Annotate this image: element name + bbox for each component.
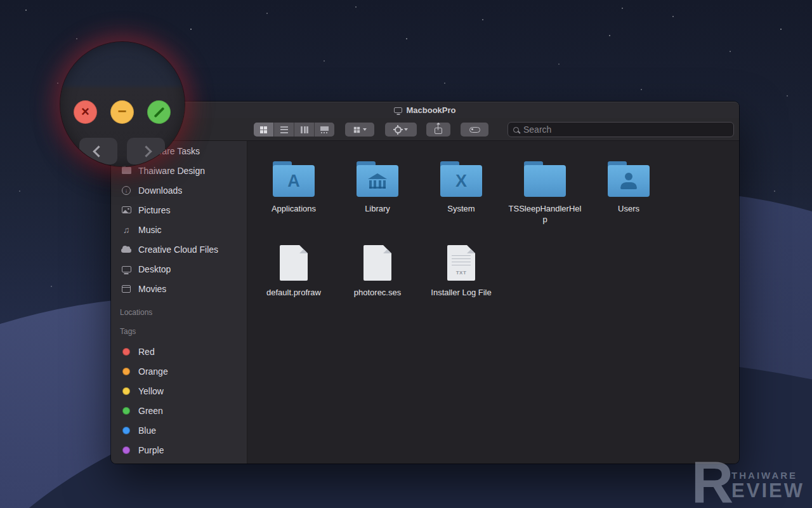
computer-icon — [394, 107, 402, 113]
sidebar-tag-blue[interactable]: Blue — [111, 420, 247, 440]
file-photorec-ses[interactable]: photorec.ses — [336, 241, 419, 298]
sidebar-section-tags: Tags — [111, 326, 247, 337]
sidebar-item-movies[interactable]: Movies — [111, 279, 247, 298]
sidebar-section-locations: Locations — [111, 307, 247, 318]
column-view-icon — [301, 126, 308, 133]
music-icon — [120, 225, 133, 235]
view-columns-button[interactable] — [294, 123, 314, 137]
item-label: TSSleepHandlerHelp — [508, 203, 582, 225]
document-icon — [280, 245, 308, 281]
document-icon — [363, 245, 391, 281]
icon-grid: A Applications Library X System — [247, 141, 739, 314]
system-glyph: X — [455, 171, 467, 191]
library-columns-glyph — [368, 173, 387, 189]
magnifier-overlay: × − — [60, 42, 185, 166]
folder-library[interactable]: Library — [336, 157, 419, 225]
zoom-button[interactable] — [147, 100, 171, 124]
sidebar-tag-green[interactable]: Green — [111, 401, 247, 420]
tag-dot — [122, 427, 130, 434]
zoom-diagonal-icon — [154, 107, 164, 117]
file-installer-log-file[interactable]: TXT Installer Log File — [419, 241, 503, 298]
item-label: Users — [618, 203, 639, 214]
tag-dot — [122, 407, 130, 415]
minimize-button[interactable]: − — [110, 100, 134, 124]
chevron-down-icon — [404, 128, 408, 131]
folder-icon — [524, 165, 566, 197]
share-button[interactable] — [426, 123, 450, 137]
item-label: default.profraw — [266, 287, 321, 298]
sidebar-tag-orange[interactable]: Orange — [111, 361, 247, 381]
folder-icon — [357, 165, 398, 197]
tag-button[interactable] — [461, 123, 488, 137]
cloud-icon — [120, 246, 133, 253]
traffic-lights: × − — [74, 100, 171, 124]
sidebar-item-downloads[interactable]: Downloads — [111, 180, 247, 200]
item-label: Applications — [272, 203, 316, 214]
sidebar-tag-red[interactable]: Red — [111, 342, 247, 361]
minimize-minus-icon: − — [117, 104, 126, 119]
sidebar-item-desktop[interactable]: Desktop — [111, 259, 247, 279]
gallery-view-icon — [320, 126, 329, 133]
page-fold — [383, 245, 391, 253]
sidebar-tag-purple[interactable]: Purple — [111, 440, 247, 460]
view-list-button[interactable] — [274, 123, 294, 137]
tag-dot — [122, 368, 130, 375]
search-input[interactable] — [523, 124, 728, 135]
item-label: System — [447, 203, 475, 214]
tag-dot — [122, 446, 130, 454]
chevron-left-icon — [93, 145, 104, 157]
folder-icon — [608, 165, 650, 197]
folder-tssleephandlerhelp[interactable]: TSSleepHandlerHelp — [503, 157, 587, 225]
text-lines — [452, 255, 471, 268]
tag-list: Red Orange Yellow Green Blue Purple — [111, 342, 247, 460]
finder-window: MacbookPro — [111, 102, 739, 464]
txt-badge: TXT — [447, 270, 475, 276]
view-icons-button[interactable] — [254, 123, 273, 137]
folder-system[interactable]: X System — [419, 157, 503, 225]
search-field[interactable] — [508, 122, 734, 137]
window-titlebar[interactable]: MacbookPro — [111, 102, 739, 118]
sidebar-tag-yellow[interactable]: Yellow — [111, 381, 247, 401]
sidebar-item-music[interactable]: Music — [111, 220, 247, 239]
finder-content: A Applications Library X System — [247, 141, 739, 464]
page-fold — [299, 245, 308, 253]
desktop-icon — [120, 266, 133, 272]
folder-users[interactable]: Users — [587, 157, 671, 225]
thaiware-review-watermark: R THAIWARE EVIEW — [691, 460, 804, 505]
applications-glyph: A — [287, 171, 300, 191]
downloads-icon — [120, 186, 133, 195]
grid-view-icon — [260, 126, 267, 133]
watermark-review: EVIEW — [731, 481, 804, 500]
file-default-profraw[interactable]: default.profraw — [252, 241, 336, 298]
view-mode-segmented-control — [254, 123, 334, 137]
finder-sidebar: Thaiware Tasks Thaiware Design Downloads… — [111, 141, 247, 464]
folder-icon: A — [273, 165, 315, 197]
watermark-letter: R — [691, 460, 733, 505]
pictures-icon — [120, 206, 133, 213]
group-by-button[interactable] — [345, 123, 374, 137]
item-label: Library — [365, 203, 390, 214]
tag-icon — [469, 127, 480, 133]
chevron-right-icon — [140, 145, 152, 157]
sidebar-item-creative-cloud-files[interactable]: Creative Cloud Files — [111, 239, 247, 259]
close-button[interactable]: × — [74, 100, 97, 124]
chevron-down-icon — [363, 128, 367, 131]
folder-applications[interactable]: A Applications — [252, 157, 336, 225]
group-icon — [353, 126, 359, 132]
search-icon — [513, 127, 519, 133]
finder-toolbar — [111, 118, 739, 141]
list-view-icon — [280, 126, 288, 133]
action-menu-button[interactable] — [385, 123, 417, 137]
text-document-icon: TXT — [447, 245, 475, 281]
sidebar-item-pictures[interactable]: Pictures — [111, 200, 247, 220]
folder-icon: X — [440, 165, 482, 197]
item-label: photorec.ses — [354, 287, 401, 298]
gear-icon — [395, 126, 402, 133]
movies-icon — [120, 285, 133, 293]
page-fold — [467, 245, 475, 253]
view-gallery-button[interactable] — [315, 123, 334, 137]
user-silhouette-glyph — [619, 173, 638, 189]
folder-icon — [120, 167, 133, 174]
item-label: Installer Log File — [431, 287, 491, 298]
share-icon — [435, 128, 442, 134]
